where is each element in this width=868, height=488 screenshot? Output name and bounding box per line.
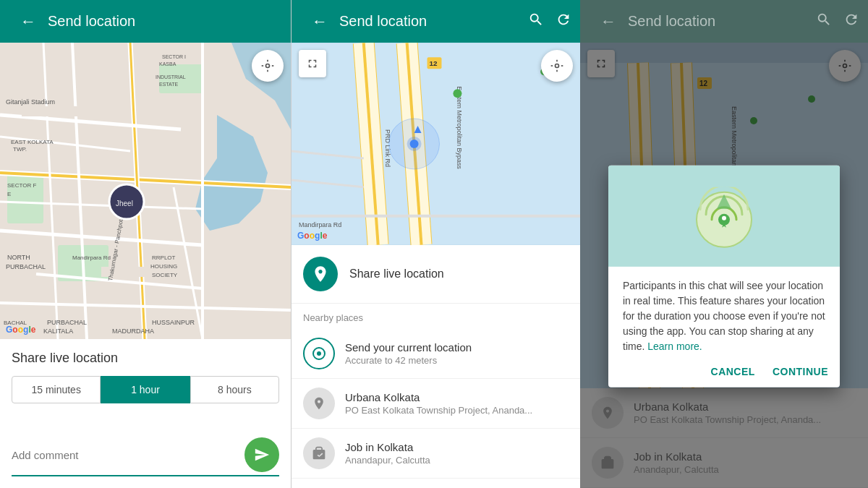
back-icon-left[interactable]: ← <box>20 12 36 31</box>
job-icon-mid <box>303 437 335 469</box>
job-text-mid: Job in Kolkata Anandapur, Calcutta <box>345 441 430 466</box>
svg-text:Gitanjali Stadium: Gitanjali Stadium <box>6 98 55 106</box>
share-live-item[interactable]: Share live location <box>292 245 580 304</box>
continue-button[interactable]: CONTINUE <box>773 366 828 377</box>
mid-panel: ← Send location 12 <box>291 0 580 488</box>
search-icon-mid[interactable] <box>528 12 544 32</box>
svg-line-8 <box>0 231 203 245</box>
learn-more-link[interactable]: Learn more. <box>647 341 702 352</box>
live-icon <box>303 257 338 291</box>
time-btn-1hour[interactable]: 1 hour <box>101 376 190 403</box>
gps-button-mid[interactable] <box>541 50 573 82</box>
back-icon-right[interactable]: ← <box>600 12 616 31</box>
svg-rect-1 <box>7 173 43 223</box>
location-list-mid: Share live location Nearby places Send y… <box>292 245 580 488</box>
right-header-title: Send location <box>628 13 804 30</box>
svg-text:Eastern Metropolitan Bypass: Eastern Metropolitan Bypass <box>456 86 463 169</box>
left-panel: ← Send location <box>0 0 291 488</box>
svg-text:PURBACHAL: PURBACHAL <box>47 319 87 326</box>
mid-map: 12 PRD Link Rd Eastern Metropolitan Bypa… <box>292 43 580 245</box>
svg-point-80 <box>722 216 726 221</box>
nearby-label: Nearby places <box>292 304 580 329</box>
svg-line-15 <box>43 43 58 339</box>
urbana-text-mid: Urbana Kolkata PO East Kolkata Township … <box>345 391 532 416</box>
svg-text:INDUSTRIAL: INDUSTRIAL <box>156 74 186 80</box>
mid-header: ← Send location <box>292 0 580 43</box>
urbana-name-mid: Urbana Kolkata <box>345 391 532 403</box>
svg-line-9 <box>72 43 87 339</box>
svg-text:12: 12 <box>430 59 438 67</box>
live-location-dialog: Participants in this chat will see your … <box>608 166 840 388</box>
dialog-actions: CANCEL CONTINUE <box>608 360 840 388</box>
time-btn-15min[interactable]: 15 minutes <box>12 376 101 403</box>
svg-point-58 <box>407 137 422 151</box>
svg-text:E: E <box>7 191 11 197</box>
svg-text:KASBA: KASBA <box>159 61 176 67</box>
right-inner: 12 Eastern Metropolitan Bypass <box>580 43 868 488</box>
svg-text:EAST KOLKATA: EAST KOLKATA <box>11 139 54 145</box>
refresh-icon-mid[interactable] <box>556 12 571 32</box>
expand-button-mid[interactable] <box>299 50 326 77</box>
svg-text:TWP.: TWP. <box>13 146 27 153</box>
svg-text:PURBACHAL: PURBACHAL <box>6 263 46 270</box>
comment-input[interactable] <box>12 449 236 461</box>
back-icon-mid[interactable]: ← <box>312 12 328 31</box>
right-header: ← Send location <box>580 0 868 43</box>
cancel-button[interactable]: CANCEL <box>711 366 755 377</box>
svg-text:SECTOR F: SECTOR F <box>7 182 36 189</box>
gps-button-left[interactable] <box>252 50 284 82</box>
svg-text:RRPLOT: RRPLOT <box>152 254 176 261</box>
dialog-body: Participants in this chat will see your … <box>608 267 840 360</box>
left-header: ← Send location <box>0 0 291 43</box>
urbana-icon-mid <box>303 388 335 419</box>
svg-text:Mandirpara Rd: Mandirpara Rd <box>72 254 111 261</box>
svg-text:Mandirpara Rd: Mandirpara Rd <box>299 221 341 228</box>
send-button[interactable] <box>244 437 279 472</box>
comment-row <box>12 437 279 476</box>
svg-text:MADURDAHA: MADURDAHA <box>112 328 154 335</box>
svg-text:ESTATE: ESTATE <box>159 82 179 87</box>
svg-point-42 <box>266 64 270 68</box>
google-logo-left: Google <box>6 325 35 335</box>
job-name-mid: Job in Kolkata <box>345 441 430 453</box>
svg-text:HOUSING: HOUSING <box>150 263 177 270</box>
svg-text:Jheel: Jheel <box>116 200 133 207</box>
share-live-title: Share live location <box>12 351 279 366</box>
job-sub-mid: Anandapur, Calcutta <box>345 455 430 466</box>
time-buttons: 15 minutes 1 hour 8 hours <box>12 376 279 403</box>
current-location-icon <box>303 338 335 369</box>
left-map: Gitanjali Stadium SECTOR I KASBA INDUSTR… <box>0 43 291 339</box>
share-live-label-mid: Share live location <box>349 267 444 281</box>
svg-line-7 <box>0 115 181 129</box>
google-logo-mid: Google <box>297 231 327 241</box>
right-panel: ← Send location 12 Eastern Metropolitan … <box>580 0 868 488</box>
mid-header-title: Send location <box>339 13 516 30</box>
time-btn-8hours[interactable]: 8 hours <box>190 376 279 403</box>
svg-text:SOCIETY: SOCIETY <box>152 272 178 278</box>
svg-text:SECTOR I: SECTOR I <box>162 54 186 59</box>
svg-text:KALITALA: KALITALA <box>43 328 73 335</box>
svg-text:HUSSAINPUR: HUSSAINPUR <box>152 319 195 326</box>
svg-text:NORTH: NORTH <box>7 254 30 261</box>
svg-point-59 <box>453 89 461 98</box>
left-bottom-panel: Share live location 15 minutes 1 hour 8 … <box>0 339 291 488</box>
current-location-sub: Accurate to 42 meters <box>345 355 472 366</box>
urbana-sub-mid: PO East Kolkata Township Project, Ananda… <box>345 405 532 416</box>
search-icon-right[interactable] <box>816 12 832 32</box>
dialog-icon-area <box>608 166 840 267</box>
svg-point-61 <box>556 64 559 68</box>
svg-rect-17 <box>22 106 87 116</box>
current-location-item[interactable]: Send your current location Accurate to 4… <box>292 329 580 379</box>
job-item-mid[interactable]: Job in Kolkata Anandapur, Calcutta <box>292 429 580 479</box>
left-header-title: Send location <box>48 13 282 30</box>
refresh-icon-right[interactable] <box>843 12 859 32</box>
current-location-text: Send your current location Accurate to 4… <box>345 341 472 366</box>
current-location-name: Send your current location <box>345 341 472 354</box>
urbana-item-mid[interactable]: Urbana Kolkata PO East Kolkata Township … <box>292 379 580 429</box>
